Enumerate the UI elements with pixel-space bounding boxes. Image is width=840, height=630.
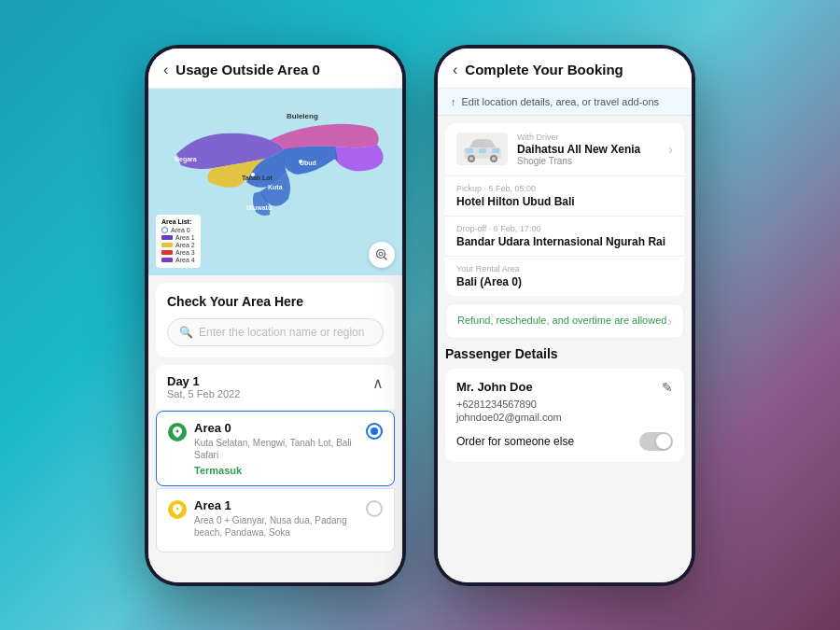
dropoff-value: Bandar Udara Internasional Ngurah Rai	[456, 235, 673, 248]
dropoff-label: Drop-off · 6 Feb, 17:00	[456, 224, 673, 233]
booking-card: With Driver Daihatsu All New Xenia Shogi…	[445, 123, 684, 296]
right-content: With Driver Daihatsu All New Xenia Shogi…	[438, 116, 692, 582]
someone-else-row: Order for someone else	[456, 432, 673, 451]
area-0-card[interactable]: Area 0 Kuta Selatan, Mengwi, Tanah Lot, …	[156, 411, 395, 486]
car-info: With Driver Daihatsu All New Xenia Shogi…	[517, 133, 659, 166]
area-0-radio[interactable]	[366, 423, 383, 440]
svg-point-10	[379, 252, 383, 256]
area-1-name: Area 1	[194, 498, 358, 512]
legend-area3: Area 3	[161, 249, 195, 256]
map-legend: Area List: Area 0 Area 1 Area 2	[156, 215, 201, 268]
car-with-driver-label: With Driver	[517, 133, 659, 142]
passenger-card: Mr. John Doe ✎ +6281234567890 johndoe02@…	[445, 369, 684, 462]
legend-area1: Area 1	[161, 234, 195, 241]
toggle-knob	[656, 434, 671, 449]
search-icon: 🔍	[179, 326, 193, 339]
area-0-icon	[168, 423, 187, 441]
refund-text: Refund, reschedule, and overtime are all…	[457, 314, 666, 328]
svg-text:Kuta: Kuta	[268, 184, 283, 190]
svg-rect-17	[466, 148, 473, 153]
someone-label: Order for someone else	[456, 435, 574, 448]
refund-chevron-icon[interactable]: ›	[667, 314, 672, 329]
area-1-card[interactable]: Area 1 Area 0 + Gianyar, Nusa dua, Padan…	[156, 488, 395, 553]
svg-rect-18	[479, 148, 486, 153]
dropoff-row: Drop-off · 6 Feb, 17:00 Bandar Udara Int…	[445, 217, 684, 257]
search-input-placeholder[interactable]: Enter the location name or region	[199, 326, 364, 339]
area-1-icon	[168, 500, 187, 519]
right-page-title: Complete Your Booking	[465, 62, 623, 77]
left-content: Buleleng Negara Ubud Tanah Lot Kuta Uluw…	[148, 89, 402, 582]
edit-bar[interactable]: ↑ Edit location details, area, or travel…	[438, 89, 692, 116]
car-name: Daihatsu All New Xenia	[517, 143, 659, 156]
search-box[interactable]: 🔍 Enter the location name or region	[167, 318, 384, 346]
svg-rect-19	[492, 148, 499, 153]
edit-passenger-icon[interactable]: ✎	[662, 380, 673, 395]
rental-area-value: Bali (Area 0)	[456, 275, 673, 288]
day-title: Day 1	[167, 374, 240, 388]
svg-point-8	[251, 173, 255, 176]
day-subtitle: Sat, 5 Feb 2022	[167, 388, 240, 399]
pickup-value: Hotel Hilton Ubud Bali	[456, 195, 673, 208]
rental-area-label: Your Rental Area	[456, 264, 673, 273]
zoom-button[interactable]	[369, 242, 395, 268]
someone-toggle[interactable]	[639, 432, 673, 451]
page-title: Usage Outside Area 0	[175, 62, 320, 77]
check-area-section: Check Your Area Here 🔍 Enter the locatio…	[156, 283, 395, 357]
car-row[interactable]: With Driver Daihatsu All New Xenia Shogi…	[445, 123, 684, 176]
passenger-name: Mr. John Doe	[456, 380, 533, 394]
rental-area-row: Your Rental Area Bali (Area 0)	[445, 257, 684, 296]
car-chevron-icon[interactable]: ›	[668, 142, 673, 157]
svg-point-15	[469, 157, 473, 161]
svg-point-7	[299, 160, 302, 163]
check-area-title: Check Your Area Here	[167, 294, 384, 309]
legend-area4: Area 4	[161, 257, 195, 263]
left-phone: ‹ Usage Outside Area 0	[145, 45, 406, 586]
area-1-radio[interactable]	[366, 500, 383, 517]
map-view[interactable]: Buleleng Negara Ubud Tanah Lot Kuta Uluw…	[148, 89, 402, 275]
legend-title: Area List:	[161, 218, 195, 225]
day-header[interactable]: Day 1 Sat, 5 Feb 2022 ∧	[156, 365, 395, 409]
area-1-desc: Area 0 + Gianyar, Nusa dua, Padang beach…	[194, 514, 358, 539]
right-back-button[interactable]: ‹	[453, 62, 457, 78]
refund-row[interactable]: Refund, reschedule, and overtime are all…	[445, 303, 684, 339]
passenger-email: johndoe02@gmail.com	[456, 412, 673, 423]
right-phone: ‹ Complete Your Booking ↑ Edit location …	[434, 45, 695, 586]
car-image	[456, 133, 508, 165]
passenger-section: Passenger Details Mr. John Doe ✎ +628123…	[445, 346, 684, 462]
area-0-desc: Kuta Selatan, Mengwi, Tanah Lot, Bali Sa…	[194, 437, 358, 461]
back-button[interactable]: ‹	[163, 62, 168, 78]
legend-area2: Area 2	[161, 242, 195, 248]
passenger-section-title: Passenger Details	[445, 346, 684, 361]
passenger-top-row: Mr. John Doe ✎	[456, 380, 673, 395]
area-0-name: Area 0	[194, 421, 358, 435]
day-chevron[interactable]: ∧	[372, 374, 384, 392]
svg-text:Uluwatu: Uluwatu	[246, 204, 272, 211]
area-0-badge: Termasuk	[194, 465, 358, 476]
svg-line-11	[385, 257, 387, 259]
passenger-phone: +6281234567890	[456, 399, 673, 410]
svg-text:Tanah Lot: Tanah Lot	[242, 175, 273, 181]
edit-bar-text: Edit location details, area, or travel a…	[462, 96, 660, 107]
legend-area0: Area 0	[161, 227, 195, 233]
right-header: ‹ Complete Your Booking	[438, 49, 692, 89]
svg-text:Negara: Negara	[175, 156, 197, 163]
area-1-info: Area 1 Area 0 + Gianyar, Nusa dua, Padan…	[194, 498, 358, 542]
pickup-row: Pickup · 5 Feb, 05:00 Hotel Hilton Ubud …	[445, 176, 684, 217]
car-vendor: Shogie Trans	[517, 156, 659, 166]
pickup-label: Pickup · 5 Feb, 05:00	[456, 184, 673, 193]
svg-point-16	[492, 157, 496, 161]
edit-bar-icon: ↑	[451, 96, 456, 107]
left-header: ‹ Usage Outside Area 0	[148, 49, 402, 89]
svg-text:Buleleng: Buleleng	[287, 112, 318, 120]
area-0-info: Area 0 Kuta Selatan, Mengwi, Tanah Lot, …	[194, 421, 358, 476]
